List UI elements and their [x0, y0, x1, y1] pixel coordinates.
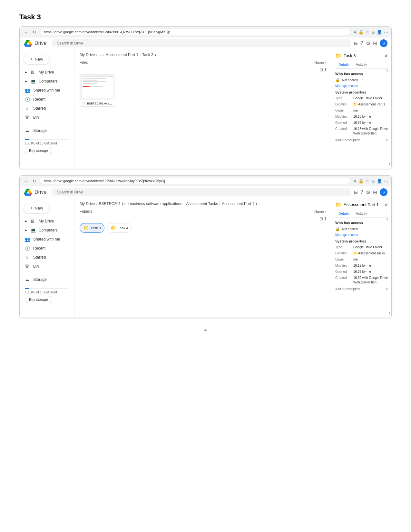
edit-icon-2[interactable]: ✏ [386, 287, 388, 291]
add-description-text-1[interactable]: Add a description [335, 138, 360, 142]
bc-tasks-2[interactable]: Assessment Tasks [186, 202, 218, 206]
profile-icon-2[interactable]: 👤 [377, 179, 382, 183]
content-toolbar-1: Files Name ↑ [80, 60, 327, 65]
edit-icon-1[interactable]: ✏ [386, 138, 388, 142]
sort-controls-2[interactable]: Name ↑ [314, 210, 327, 213]
info-icon-1[interactable]: ℹ [325, 67, 327, 72]
sidebar-item-mydrive-1[interactable]: ▶ 🖥 My Drive [20, 68, 74, 77]
sidebar-item-starred-1[interactable]: ☆ Starred [20, 104, 74, 113]
arrow-right-2[interactable]: › [389, 310, 390, 315]
breadcrumb-part1-1[interactable]: Assessment Part 1 [106, 53, 138, 57]
details-close-icon-1[interactable]: ✕ [384, 53, 388, 58]
computers-arrow-icon-2: ▶ [25, 229, 27, 232]
search-input-2[interactable] [52, 188, 351, 196]
file-card-1[interactable]: 📄 BSBTEC201 Assessme... [80, 74, 115, 107]
manage-access-link-1[interactable]: Manage access [335, 84, 388, 88]
filter-icon-1[interactable]: ⊟ [354, 41, 358, 46]
sidebar-item-recent-2[interactable]: 🕐 Recent [20, 244, 74, 253]
bc-mydrive-2[interactable]: My Drive [80, 202, 95, 206]
prop-value-created-2: 16:32 with Google Drive Web (Unverified) [353, 276, 388, 285]
drive-top-bar-2: Drive ⊟ ? ⚙ ⊞ S [20, 186, 391, 198]
tab-details-2[interactable]: Details [335, 210, 353, 217]
storage-label-1: Storage [33, 128, 47, 133]
storage-text-1: 156 KB of 15 GB used [25, 142, 69, 145]
plus-add-icon-2[interactable]: + [385, 216, 389, 223]
drive-logo-2: Drive [24, 189, 46, 196]
sort-controls-1[interactable]: Name ↑ [314, 61, 327, 64]
sidebar-item-computers-2[interactable]: ▶ 💻 Computers [20, 226, 74, 235]
breadcrumb-task3-1[interactable]: Task 3 [142, 53, 153, 57]
bc-dropdown-icon-2[interactable]: ▾ [256, 202, 257, 206]
new-button-2[interactable]: + New [24, 203, 50, 213]
tab-activity-2[interactable]: Activity [353, 210, 370, 217]
new-button-1[interactable]: + New [24, 54, 50, 64]
extension-icon-2[interactable]: ⊕ [371, 179, 375, 183]
extension-icon[interactable]: ⊕ [371, 30, 375, 34]
address-bar-1[interactable]: https://drive.google.com/drive/folders/1… [40, 29, 351, 35]
sidebar-item-recent-1[interactable]: 🕐 Recent [20, 95, 74, 104]
grid-icon-1[interactable]: ⊞ [373, 40, 377, 46]
back-icon-2[interactable]: ← [23, 178, 29, 184]
lock-icon-1: 🔒 [335, 78, 340, 82]
help-icon-1[interactable]: ? [360, 40, 363, 46]
sidebar-item-storage-1[interactable]: ☁ Storage [20, 126, 74, 135]
plus-icon-1: + [30, 57, 33, 62]
reload-icon-2[interactable]: ↻ [31, 178, 37, 184]
prop-value-location-2: 📁 Assessment Tasks [353, 251, 385, 256]
info-icon-2[interactable]: ℹ [325, 216, 327, 221]
grid-view-icon[interactable]: ⊞ [319, 67, 323, 72]
grid-view-icon-2[interactable]: ⊞ [319, 216, 323, 221]
bc-sep2b: › [183, 202, 185, 206]
add-description-text-2[interactable]: Add a description [335, 287, 360, 291]
reload-icon[interactable]: ↻ [31, 29, 37, 35]
sidebar-item-bin-1[interactable]: 🗑 Bin [20, 113, 74, 122]
bc-part1-2[interactable]: Assessment Part 1 [222, 202, 254, 206]
aa-icon-2: A [354, 179, 357, 183]
menu-dots-icon-2[interactable]: ⋯ [384, 179, 388, 183]
bc-bsbtec-2[interactable]: BSBTEC201 Use business software applicat… [99, 202, 182, 206]
arrow-right-1[interactable]: › [389, 162, 390, 166]
breadcrumb-1: My Drive › ... › Assessment Part 1 › Tas… [80, 53, 327, 57]
menu-dots-icon[interactable]: ⋯ [384, 30, 388, 34]
grid-icon-2[interactable]: ⊞ [373, 189, 377, 195]
filter-icon-2[interactable]: ⊟ [354, 190, 358, 195]
manage-access-link-2[interactable]: Manage access [335, 233, 388, 237]
search-input-1[interactable] [52, 39, 351, 47]
prop-label-created-1: Created [335, 127, 352, 136]
breadcrumb-mydrive-1[interactable]: My Drive [80, 53, 95, 57]
sidebar-item-bin-2[interactable]: 🗑 Bin [20, 262, 74, 271]
profile-icon[interactable]: 👤 [377, 30, 382, 34]
prop-label-opened-1: Opened [335, 121, 352, 125]
back-icon[interactable]: ← [23, 29, 29, 35]
sidebar-item-computers-1[interactable]: ▶ 💻 Computers [20, 77, 74, 86]
folder-item-task3[interactable]: 📁 Task 3 [80, 223, 104, 233]
avatar-2[interactable]: S [380, 188, 387, 196]
folder-list-2: 📁 Task 3 📁 Task 4 [80, 223, 327, 233]
storage-text-2: 156 KB of 15 GB used [25, 291, 69, 294]
star-icon[interactable]: ☆ [366, 30, 369, 34]
sidebar-item-mydrive-2[interactable]: ▶ 🖥 My Drive [20, 217, 74, 226]
settings-icon-1[interactable]: ⚙ [366, 40, 370, 46]
details-panel-2: 📁 Assessment Part 1 ✕ Details Activity +… [332, 198, 391, 318]
starred-label-1: Starred [33, 106, 46, 111]
settings-icon-2[interactable]: ⚙ [366, 189, 370, 195]
breadcrumb-dots-1[interactable]: ... [99, 53, 102, 57]
address-bar-2[interactable]: https://drive.google.com/drive/folders/1… [40, 178, 351, 184]
breadcrumb-dropdown-icon[interactable]: ▾ [155, 53, 156, 57]
sidebar-item-starred-2[interactable]: ☆ Starred [20, 253, 74, 262]
mydrive-arrow-icon: ▶ [25, 71, 27, 74]
tab-details-1[interactable]: Details [335, 61, 353, 68]
help-icon-2[interactable]: ? [360, 189, 363, 195]
buy-storage-btn-1[interactable]: Buy storage [25, 147, 52, 154]
details-close-icon-2[interactable]: ✕ [384, 202, 388, 207]
star-icon-2[interactable]: ☆ [366, 179, 369, 183]
tab-activity-1[interactable]: Activity [353, 61, 370, 68]
buy-storage-btn-2[interactable]: Buy storage [25, 296, 52, 303]
sidebar-item-shared-1[interactable]: 👥 Shared with me [20, 86, 74, 95]
avatar-1[interactable]: S [380, 39, 387, 47]
folder-item-task4[interactable]: 📁 Task 4 [107, 223, 132, 233]
sidebar-item-shared-2[interactable]: 👥 Shared with me [20, 235, 74, 244]
plus-add-icon-1[interactable]: + [385, 67, 389, 74]
sidebar-item-storage-2[interactable]: ☁ Storage [20, 275, 74, 284]
bc-sep2c: › [219, 202, 220, 206]
